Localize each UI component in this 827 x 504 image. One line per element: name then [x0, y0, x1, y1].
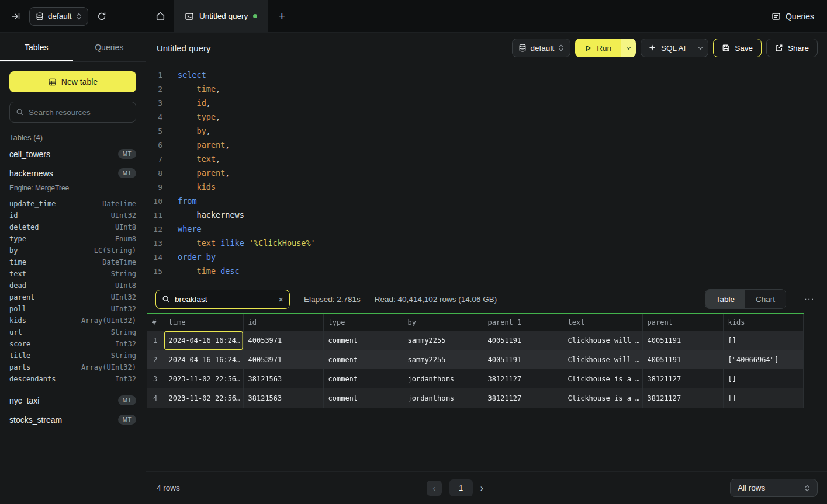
- grid-cell[interactable]: comment: [323, 388, 403, 408]
- grid-cell[interactable]: 40051191: [483, 331, 563, 350]
- home-tab[interactable]: [146, 0, 174, 32]
- table-column-row[interactable]: pollUInt32: [9, 303, 136, 315]
- grid-cell[interactable]: Clickhouse is a …: [563, 388, 642, 408]
- grid-cell[interactable]: 38121563: [243, 369, 323, 388]
- sidebar-table-item[interactable]: cell_towersMT: [0, 144, 146, 164]
- tab-untitled-query[interactable]: Untitled query: [174, 0, 268, 32]
- editor-line[interactable]: 10from: [146, 194, 827, 208]
- grid-cell[interactable]: 2023-11-02 22:56…: [164, 388, 243, 408]
- grid-column-header[interactable]: text: [563, 314, 642, 331]
- table-column-row[interactable]: idUInt32: [9, 210, 136, 221]
- rows-per-page-select[interactable]: All rows: [730, 479, 818, 497]
- prev-page-button[interactable]: ‹: [427, 481, 442, 496]
- grid-column-header[interactable]: time: [164, 314, 243, 331]
- sidebar-table-item[interactable]: nyc_taxiMT: [0, 391, 146, 410]
- clear-search-button[interactable]: ×: [278, 295, 283, 304]
- grid-cell[interactable]: 2023-11-02 22:56…: [164, 369, 243, 388]
- grid-column-header[interactable]: parent: [642, 314, 723, 331]
- editor-line[interactable]: 15 time desc: [146, 264, 827, 278]
- sql-editor[interactable]: 1select2 time,3 id,4 type,5 by,6 parent,…: [146, 63, 827, 285]
- collapse-sidebar-button[interactable]: [7, 8, 25, 25]
- refresh-button[interactable]: [93, 8, 110, 25]
- editor-line[interactable]: 11 hackernews: [146, 208, 827, 222]
- run-button[interactable]: Run: [575, 39, 621, 57]
- sql-ai-options-button[interactable]: [693, 39, 708, 57]
- sql-ai-button[interactable]: SQL AI: [641, 39, 693, 57]
- run-options-button[interactable]: [621, 39, 636, 57]
- grid-cell[interactable]: 40051191: [483, 350, 563, 369]
- grid-cell[interactable]: 2024-04-16 16:24…: [164, 350, 243, 369]
- grid-cell[interactable]: comment: [323, 350, 403, 369]
- new-table-button[interactable]: New table: [9, 71, 136, 92]
- editor-line[interactable]: 13 text ilike '%ClickHouse%': [146, 236, 827, 250]
- grid-cell[interactable]: 38121127: [642, 388, 723, 408]
- grid-cell[interactable]: 40051191: [642, 331, 723, 350]
- editor-line[interactable]: 1select: [146, 68, 827, 82]
- view-chart-button[interactable]: Chart: [745, 290, 786, 308]
- grid-cell[interactable]: 38121127: [483, 388, 563, 408]
- grid-column-header[interactable]: by: [403, 314, 483, 331]
- grid-cell[interactable]: 40053971: [243, 350, 323, 369]
- grid-cell[interactable]: []: [723, 331, 804, 350]
- grid-cell[interactable]: 40053971: [243, 331, 323, 350]
- grid-cell[interactable]: Clickhouse will …: [563, 350, 642, 369]
- grid-cell[interactable]: jordanthoms: [403, 388, 483, 408]
- query-database-selector[interactable]: default: [512, 39, 571, 57]
- grid-column-header[interactable]: kids: [723, 314, 804, 331]
- grid-cell[interactable]: comment: [323, 369, 403, 388]
- database-selector[interactable]: default: [29, 7, 88, 26]
- editor-line[interactable]: 6 parent,: [146, 138, 827, 152]
- grid-cell[interactable]: ["40066964"]: [723, 350, 804, 369]
- grid-column-header[interactable]: #: [147, 314, 164, 331]
- sidebar-tab-queries[interactable]: Queries: [73, 33, 146, 61]
- grid-cell[interactable]: 38121127: [642, 369, 723, 388]
- grid-cell[interactable]: comment: [323, 331, 403, 350]
- table-column-row[interactable]: kidsArray(UInt32): [9, 315, 136, 326]
- share-button[interactable]: Share: [766, 39, 818, 57]
- table-column-row[interactable]: timeDateTime: [9, 256, 136, 268]
- grid-column-header[interactable]: id: [243, 314, 323, 331]
- current-page[interactable]: 1: [449, 479, 473, 496]
- grid-cell[interactable]: []: [723, 388, 804, 408]
- editor-line[interactable]: 12where: [146, 222, 827, 236]
- table-column-row[interactable]: textString: [9, 268, 136, 280]
- table-column-row[interactable]: scoreInt32: [9, 338, 136, 350]
- grid-cell[interactable]: 2024-04-16 16:24…: [164, 331, 243, 350]
- table-column-row[interactable]: parentUInt32: [9, 291, 136, 303]
- view-table-button[interactable]: Table: [705, 290, 745, 308]
- table-column-row[interactable]: descendantsInt32: [9, 373, 136, 385]
- editor-line[interactable]: 8 parent,: [146, 166, 827, 180]
- new-tab-button[interactable]: +: [268, 0, 296, 32]
- grid-cell[interactable]: 38121563: [243, 388, 323, 408]
- grid-cell[interactable]: 40051191: [642, 350, 723, 369]
- queries-button[interactable]: Queries: [771, 0, 814, 32]
- more-options-button[interactable]: ⋯: [800, 293, 818, 305]
- editor-line[interactable]: 3 id,: [146, 96, 827, 110]
- grid-cell[interactable]: sammy2255: [403, 350, 483, 369]
- editor-line[interactable]: 7 text,: [146, 152, 827, 166]
- grid-cell[interactable]: 38121127: [483, 369, 563, 388]
- editor-line[interactable]: 14order by: [146, 250, 827, 264]
- grid-cell[interactable]: Clickhouse will …: [563, 331, 642, 350]
- grid-cell[interactable]: sammy2255: [403, 331, 483, 350]
- editor-line[interactable]: 4 type,: [146, 110, 827, 124]
- table-column-row[interactable]: deletedUInt8: [9, 221, 136, 233]
- table-column-row[interactable]: deadUInt8: [9, 280, 136, 291]
- grid-column-header[interactable]: parent_1: [483, 314, 563, 331]
- sidebar-table-item[interactable]: hackernewsMT: [0, 164, 146, 183]
- table-column-row[interactable]: byLC(String): [9, 245, 136, 256]
- editor-line[interactable]: 9 kids: [146, 180, 827, 194]
- table-column-row[interactable]: update_timeDateTime: [9, 198, 136, 210]
- save-button[interactable]: Save: [713, 39, 762, 57]
- table-column-row[interactable]: typeEnum8: [9, 233, 136, 245]
- editor-line[interactable]: 5 by,: [146, 124, 827, 138]
- grid-cell[interactable]: Clickhouse is a …: [563, 369, 642, 388]
- grid-cell[interactable]: []: [723, 369, 804, 388]
- sidebar-tab-tables[interactable]: Tables: [0, 33, 73, 61]
- grid-cell[interactable]: jordanthoms: [403, 369, 483, 388]
- results-filter-input[interactable]: [175, 295, 274, 304]
- sidebar-table-item[interactable]: stocks_streamMT: [0, 410, 146, 429]
- editor-line[interactable]: 2 time,: [146, 82, 827, 96]
- table-column-row[interactable]: titleString: [9, 350, 136, 362]
- grid-column-header[interactable]: type: [323, 314, 403, 331]
